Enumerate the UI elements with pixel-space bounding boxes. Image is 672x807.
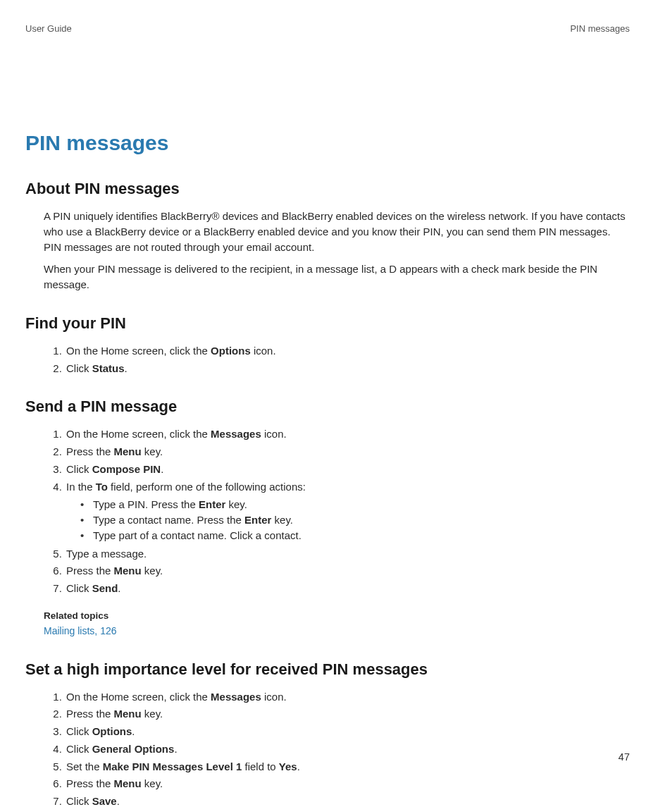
step-text: Type a message. xyxy=(66,548,147,560)
step-bold: Menu xyxy=(114,777,142,789)
step-bold: General Options xyxy=(92,743,175,755)
step-bold: Messages xyxy=(211,428,261,440)
list-item: On the Home screen, click the Options ic… xyxy=(65,343,630,359)
step-text: . xyxy=(297,760,300,772)
step-text: In the xyxy=(66,481,96,493)
list-item: Type a PIN. Press the Enter key. xyxy=(80,497,630,512)
section-heading-find-pin: Find your PIN xyxy=(25,312,630,335)
related-topics-label: Related topics xyxy=(44,609,630,623)
find-pin-steps: On the Home screen, click the Options ic… xyxy=(44,343,630,376)
step-text: Press the xyxy=(66,565,114,577)
step-bold: Options xyxy=(211,345,251,357)
step-text: Press the xyxy=(66,777,114,789)
step-bold: Menu xyxy=(114,565,142,577)
step-text: Set the xyxy=(66,760,103,772)
list-item: On the Home screen, click the Messages i… xyxy=(65,689,630,705)
section-heading-send-pin: Send a PIN message xyxy=(25,395,630,418)
step-bold: Enter xyxy=(199,498,225,510)
list-item: Press the Menu key. xyxy=(65,444,630,460)
step-text: Type part of a contact name. Click a con… xyxy=(93,529,301,541)
list-item: Click Save. xyxy=(65,794,630,807)
step-bold: Menu xyxy=(114,445,142,457)
step-text: Press the xyxy=(66,708,114,720)
chapter-title: PIN messages xyxy=(25,128,630,159)
step-text: icon. xyxy=(251,345,276,357)
page-number: 47 xyxy=(618,750,630,765)
step-text: On the Home screen, click the xyxy=(66,428,211,440)
step-text: . xyxy=(161,463,163,475)
about-paragraph-1: A PIN uniquely identifies BlackBerry® de… xyxy=(44,209,628,254)
step-text: Click xyxy=(66,582,92,594)
document-page: User Guide PIN messages PIN messages Abo… xyxy=(0,0,672,807)
step-bold: Yes xyxy=(279,760,297,772)
related-topics-link[interactable]: Mailing lists, 126 xyxy=(44,624,630,638)
step-text: key. xyxy=(142,777,163,789)
step-bold: Compose PIN xyxy=(92,463,161,475)
list-item: Press the Menu key. xyxy=(65,563,630,579)
step-text: . xyxy=(117,795,120,807)
step-bold: Status xyxy=(92,362,125,374)
step-text: . xyxy=(174,743,177,755)
step-text: field to xyxy=(242,760,279,772)
step-text: Type a contact name. Press the xyxy=(93,514,244,526)
step-text: key. xyxy=(271,514,293,526)
step-bold: Send xyxy=(92,582,118,594)
list-item: Click Options. xyxy=(65,724,630,739)
page-header: User Guide PIN messages xyxy=(25,23,630,36)
list-item: Press the Menu key. xyxy=(65,706,630,722)
step-text: Press the xyxy=(66,445,114,457)
list-item: Click Compose PIN. xyxy=(65,462,630,477)
list-item: Set the Make PIN Messages Level 1 field … xyxy=(65,759,630,775)
step-text: Click xyxy=(66,795,92,807)
list-item: Press the Menu key. xyxy=(65,776,630,791)
step-bold: Messages xyxy=(211,691,261,703)
list-item: On the Home screen, click the Messages i… xyxy=(65,426,630,442)
step-bold: Menu xyxy=(114,708,142,720)
header-right: PIN messages xyxy=(570,23,630,36)
step-text: . xyxy=(132,725,135,737)
step-bold: To xyxy=(96,481,108,493)
about-paragraph-2: When your PIN message is delivered to th… xyxy=(44,261,628,292)
list-item: Type a message. xyxy=(65,546,630,562)
step-text: Click xyxy=(66,362,92,374)
step-text: Click xyxy=(66,743,92,755)
send-pin-steps: On the Home screen, click the Messages i… xyxy=(44,426,630,596)
step-text: On the Home screen, click the xyxy=(66,345,211,357)
header-left: User Guide xyxy=(25,23,72,36)
step-text: key. xyxy=(225,498,247,510)
list-item: Click Send. xyxy=(65,581,630,596)
list-item: Click General Options. xyxy=(65,741,630,757)
step-text: icon. xyxy=(261,691,287,703)
step-text: icon. xyxy=(261,428,287,440)
step-text: On the Home screen, click the xyxy=(66,691,211,703)
list-item: Click Status. xyxy=(65,361,630,376)
step-text: field, perform one of the following acti… xyxy=(108,481,306,493)
step-text: . xyxy=(125,362,127,374)
step-bold: Options xyxy=(92,725,132,737)
step-bold: Make PIN Messages Level 1 xyxy=(103,760,242,772)
step-bold: Enter xyxy=(244,514,271,526)
step-text: Type a PIN. Press the xyxy=(93,498,199,510)
step-text: key. xyxy=(142,708,163,720)
list-item: Type part of a contact name. Click a con… xyxy=(80,528,630,543)
step-text: Click xyxy=(66,463,92,475)
section-heading-high-importance: Set a high importance level for received… xyxy=(25,658,630,681)
high-importance-steps: On the Home screen, click the Messages i… xyxy=(44,689,630,807)
step-text: key. xyxy=(142,445,163,457)
section-heading-about: About PIN messages xyxy=(25,178,630,200)
step-bold: Save xyxy=(92,795,117,807)
step-text: . xyxy=(118,582,120,594)
list-item: In the To field, perform one of the foll… xyxy=(65,479,630,543)
step-text: key. xyxy=(142,565,163,577)
list-item: Type a contact name. Press the Enter key… xyxy=(80,512,630,528)
sub-actions: Type a PIN. Press the Enter key. Type a … xyxy=(66,497,630,543)
step-text: Click xyxy=(66,725,92,737)
